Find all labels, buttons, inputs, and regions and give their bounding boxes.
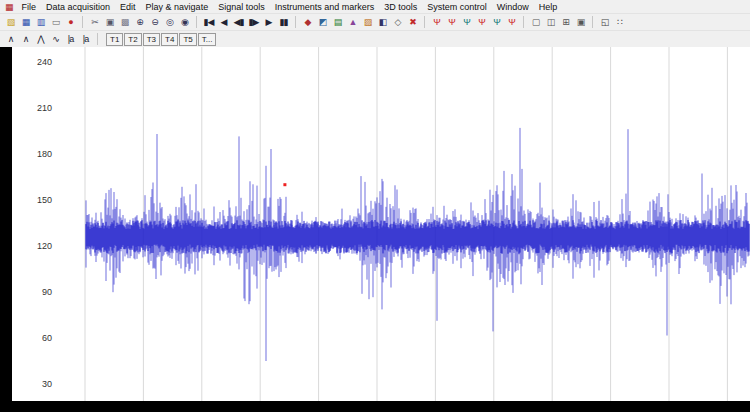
tab-strip: T1T2T3T4T5T... <box>106 33 217 46</box>
layout-grid-button[interactable]: ⊞ <box>558 15 573 30</box>
signal-plot[interactable]: 240210180150120906030 <box>12 47 750 401</box>
toolbar-separator <box>196 16 197 28</box>
toolbar-separator <box>592 16 593 28</box>
menu-edit[interactable]: Edit <box>115 2 141 12</box>
y-tick-label: 90 <box>42 287 52 297</box>
tab-2[interactable]: T2 <box>124 33 141 46</box>
toolbar-separator <box>97 33 98 45</box>
tab-4[interactable]: T4 <box>161 33 178 46</box>
layout-single-button[interactable]: ▢ <box>528 15 543 30</box>
y-tick-label: 210 <box>37 103 52 113</box>
toolbar-separator <box>82 16 83 28</box>
sensor-3-button[interactable]: Ψ <box>459 15 474 30</box>
add-marker-button[interactable]: ◆ <box>300 15 315 30</box>
zoom-out-button[interactable]: ⊖ <box>147 15 162 30</box>
left-panel <box>0 47 12 412</box>
y-tick-label: 150 <box>37 195 52 205</box>
sideband-marker-button[interactable]: ▤ <box>330 15 345 30</box>
toolbar-main: ▧▦▥▭●✂▣▩⊕⊖◎◉▮◀◀◀▮▮▶▶▮▮◆◩▤▲▨◧◇✖ΨΨΨΨΨΨ▢◫⊞▣… <box>0 13 750 30</box>
sensor-1-button[interactable]: Ψ <box>429 15 444 30</box>
y-tick-label: 120 <box>37 241 52 251</box>
layout-cascade-button[interactable]: ▣ <box>573 15 588 30</box>
menu-instruments-and-markers[interactable]: Instruments and markers <box>270 2 380 12</box>
corner-tool-button[interactable]: ◱ <box>597 15 612 30</box>
delete-marker-button[interactable]: ✖ <box>405 15 420 30</box>
tab-3[interactable]: T3 <box>143 33 160 46</box>
app-icon: ▦ <box>5 2 14 12</box>
chart-area: 240210180150120906030 <box>0 47 750 412</box>
jump-start-button[interactable]: ▮◀ <box>201 15 216 30</box>
peak-detect-1-button[interactable]: ∧ <box>3 32 18 47</box>
sensor-5-button[interactable]: Ψ <box>489 15 504 30</box>
save-all-button[interactable]: ▥ <box>33 15 48 30</box>
peak-marker-button[interactable]: ▲ <box>345 15 360 30</box>
layout-split-button[interactable]: ◫ <box>543 15 558 30</box>
step-back-button[interactable]: ◀▮ <box>231 15 246 30</box>
axes-tool-button[interactable]: ◇ <box>390 15 405 30</box>
tab-5[interactable]: T5 <box>179 33 196 46</box>
cursor-a-button[interactable]: |a <box>63 32 78 47</box>
print-button[interactable]: ▭ <box>48 15 63 30</box>
cursor-b-button[interactable]: |a <box>78 32 93 47</box>
y-tick-label: 60 <box>42 333 52 343</box>
menu-play-navigate[interactable]: Play & navigate <box>141 2 214 12</box>
y-tick-label: 30 <box>42 379 52 389</box>
toolbar-secondary: ∧∧⋀∿|a|aT1T2T3T4T5T... <box>0 30 750 47</box>
chart-tool-button[interactable]: ◧ <box>375 15 390 30</box>
menu-3d-tools[interactable]: 3D tools <box>379 2 422 12</box>
toolbar-separator <box>523 16 524 28</box>
peak-detect-3-button[interactable]: ⋀ <box>33 32 48 47</box>
step-forward-button[interactable]: ▮▶ <box>246 15 261 30</box>
tab-6[interactable]: T... <box>198 33 217 46</box>
paste-button[interactable]: ▩ <box>117 15 132 30</box>
menu-bar: ▦ FileData acquisitionEditPlay & navigat… <box>0 0 750 13</box>
toolbar-separator <box>424 16 425 28</box>
sensor-4-button[interactable]: Ψ <box>474 15 489 30</box>
menu-system-control[interactable]: System control <box>422 2 492 12</box>
save-button[interactable]: ▦ <box>18 15 33 30</box>
toolbar-separator <box>295 16 296 28</box>
sensor-2-button[interactable]: Ψ <box>444 15 459 30</box>
options-button[interactable]: ∷ <box>612 15 627 30</box>
y-tick-label: 180 <box>37 149 52 159</box>
play-reverse-button[interactable]: ◀ <box>216 15 231 30</box>
harmonic-marker-button[interactable]: ◩ <box>315 15 330 30</box>
tab-1[interactable]: T1 <box>106 33 123 46</box>
zoom-fit-button[interactable]: ◎ <box>162 15 177 30</box>
zoom-select-button[interactable]: ◉ <box>177 15 192 30</box>
menu-help[interactable]: Help <box>534 2 563 12</box>
cut-button[interactable]: ✂ <box>87 15 102 30</box>
peak-detect-2-button[interactable]: ∧ <box>18 32 33 47</box>
menu-window[interactable]: Window <box>492 2 534 12</box>
sensor-6-button[interactable]: Ψ <box>504 15 519 30</box>
pause-button[interactable]: ▮▮ <box>276 15 291 30</box>
copy-button[interactable]: ▣ <box>102 15 117 30</box>
play-button[interactable]: ▶ <box>261 15 276 30</box>
menu-data-acquisition[interactable]: Data acquisition <box>41 2 115 12</box>
chart-marker[interactable] <box>283 183 286 186</box>
menu-file[interactable]: File <box>17 2 42 12</box>
y-tick-label: 240 <box>37 57 52 67</box>
bottom-panel <box>0 401 750 412</box>
note-marker-button[interactable]: ▨ <box>360 15 375 30</box>
waveform-mode-button[interactable]: ∿ <box>48 32 63 47</box>
open-button[interactable]: ▧ <box>3 15 18 30</box>
menu-signal-tools[interactable]: Signal tools <box>213 2 270 12</box>
menu-items: FileData acquisitionEditPlay & navigateS… <box>17 2 563 12</box>
zoom-in-button[interactable]: ⊕ <box>132 15 147 30</box>
record-button[interactable]: ● <box>63 15 78 30</box>
